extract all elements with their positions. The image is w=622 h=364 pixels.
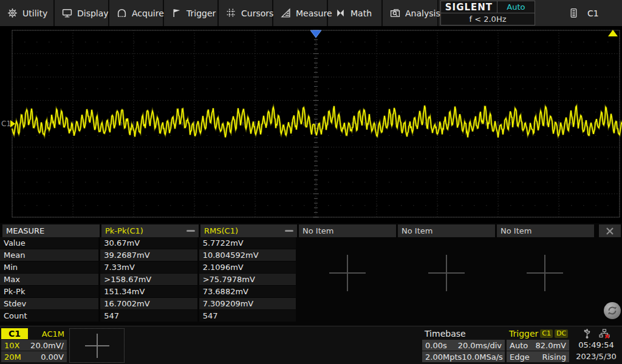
clock-date: 2023/5/30 [570,351,622,362]
menu-utility-label: Utility [22,8,47,18]
menu-bar: Utility Display Acquire Trigger Cursors … [0,0,622,26]
trigger-source-badge: C1 [540,329,553,338]
menu-cursors-label: Cursors [241,8,273,18]
frequency-counter: f < 2.0Hz [441,13,535,25]
menu-measure[interactable]: Measure [273,0,328,26]
trigger-coupling-badge: DC [555,329,568,338]
menu-acquire[interactable]: Acquire [109,0,164,26]
trigger-level: 82.0mV [535,341,566,350]
measure-icon [281,8,291,18]
measure-row-min: Min7.33mV2.1096mV [0,261,298,274]
measure-row-value: Value30.67mV5.7722mV [0,237,298,249]
trigger-mode: Auto [510,341,528,350]
add-channel-icon [85,334,109,358]
close-measure-button[interactable] [599,224,621,237]
oscilloscope-ui: Utility Display Acquire Trigger Cursors … [0,0,622,364]
menu-trigger-label: Trigger [186,8,216,18]
add-measure-icon[interactable] [329,255,366,291]
timebase-descriptor[interactable]: Timebase 0.00s20.0ms/div 2.00Mpts10.0MSa… [422,328,505,363]
gear-icon [7,8,18,18]
menu-display[interactable]: Display [55,0,109,26]
acquire-icon [117,8,127,18]
menu-trigger[interactable]: Trigger [164,0,219,26]
trigger-flag-icon [171,8,182,18]
measure-slot-empty-1[interactable]: No Item [299,224,396,237]
channel-offset: 0.00V [41,352,64,362]
menu-acquire-label: Acquire [132,8,164,18]
acquisition-status-box[interactable]: SIGLENT Auto f < 2.0Hz [440,1,535,25]
c1-trace [12,106,622,138]
measure-row-pkpk: Pk-Pk151.34mV73.6882mV [0,286,298,298]
menu-cursors[interactable]: Cursors [219,0,273,26]
measure-row-max: Max>158.67mV>75.7978mV [0,274,298,286]
timebase-memory: 2.00Mpts [425,352,462,362]
system-status: 05:49:54 2023/5/30 [570,328,622,363]
trigger-descriptor[interactable]: Trigger C1 DC Auto82.0mV EdgeRising [507,328,569,363]
waveform-display: C1 [0,26,622,223]
usb-icon [583,329,592,339]
menu-utility[interactable]: Utility [0,0,55,26]
measure-source-selector[interactable]: C1 [535,0,622,26]
channel-coupling: AC1M [42,329,67,339]
brand-logo: SIGLENT [441,1,497,13]
trigger-title: Trigger [509,329,538,339]
menu-analysis[interactable]: Analysis [383,0,439,26]
measure-row-stdev: Stdev16.7002mV7.309209mV [0,298,298,310]
waveform-svg: C1 [0,26,622,223]
trigger-level-marker[interactable] [608,30,618,36]
timebase-title: Timebase [422,328,505,339]
channel-vdiv: 20.0mV/ [30,341,64,350]
measure-source-label: C1 [587,8,599,18]
clock-time: 05:49:54 [570,339,622,351]
measure-panel-title: MEASURE [2,224,100,237]
measure-slot-empty-3[interactable]: No Item [497,224,594,237]
measure-col-header-1[interactable]: Pk-Pk(C1) [101,224,199,237]
menu-measure-label: Measure [296,8,332,18]
add-measure-icon[interactable] [428,255,465,291]
menu-display-label: Display [77,8,109,18]
measure-row-count: Count547547 [0,310,298,322]
timebase-scale: 20.0ms/div [458,341,502,350]
add-channel-button[interactable] [69,328,125,363]
channel-descriptor-c1[interactable]: C1 AC1M 10X20.0mV/ 20M0.00V [1,328,67,363]
display-icon [62,8,72,18]
menu-math[interactable]: Math [328,0,383,26]
trigger-type: Edge [510,352,530,362]
measure-panel: MEASURE Pk-Pk(C1) RMS(C1) No Item No Ite… [0,223,622,326]
bottom-status-bar: C1 AC1M 10X20.0mV/ 20M0.00V Timebase 0.0… [0,326,622,364]
measure-col-header-2[interactable]: RMS(C1) [200,224,297,237]
channel-attenuation: 10X [4,341,19,350]
c1-ground-marker-label: C1 [1,120,11,128]
list-icon [569,8,579,18]
timebase-samplerate: 10.0MSa/s [462,352,503,362]
math-icon [335,8,346,18]
timebase-delay: 0.00s [425,341,447,350]
measure-slot-empty-2[interactable]: No Item [398,224,495,237]
trigger-slope: Rising [542,352,566,362]
measure-row-mean: Mean39.2687mV10.804592mV [0,249,298,261]
remove-measure-icon[interactable] [285,230,293,232]
menu-analysis-label: Analysis [405,8,440,18]
trigger-position-marker[interactable] [310,30,321,38]
lan-disconnected-icon [599,329,610,339]
acquisition-mode: Auto [497,2,535,12]
cursors-icon [226,8,236,18]
add-measure-icon[interactable] [527,255,563,291]
channel-bandwidth: 20M [4,352,21,362]
stats-reset-knob[interactable] [604,302,621,319]
cycle-arrows-icon [606,305,618,317]
remove-measure-icon[interactable] [186,230,195,232]
close-icon [606,227,614,235]
menu-math-label: Math [350,8,372,18]
analysis-icon [390,8,400,18]
channel-badge: C1 [1,328,28,339]
